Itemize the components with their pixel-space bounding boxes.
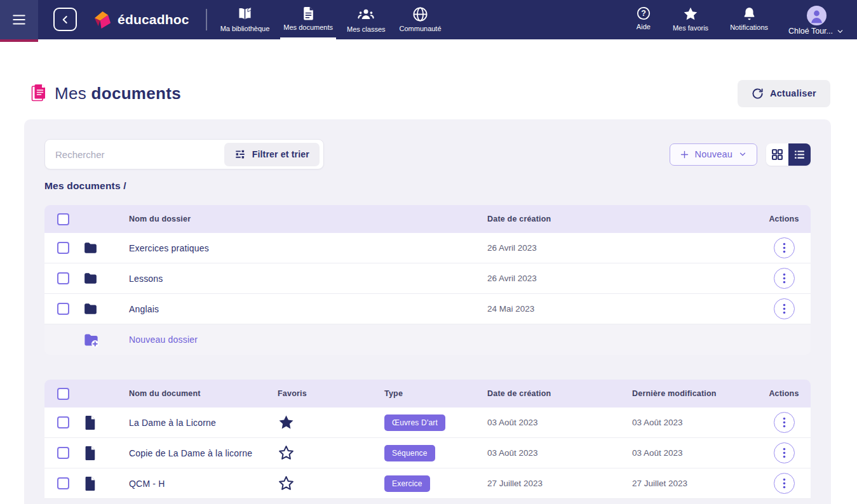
row-checkbox[interactable] [57,416,69,428]
type-badge: Exercice [384,475,430,492]
grid-view-button[interactable] [766,143,788,166]
document-row[interactable]: La Dame à la Licorne Œuvres D'art 03 Aoû… [44,408,811,438]
document-row[interactable]: QCM - H Exercice 27 Juillet 2023 27 Juil… [44,468,811,499]
folder-created-date: 26 Avril 2023 [487,274,769,283]
folder-name[interactable]: Anglais [129,304,487,314]
select-all-checkbox[interactable] [57,388,69,400]
filter-sort-button[interactable]: Filtrer et trier [224,143,320,166]
toolbar: Filtrer et trier Nouveau [44,139,811,169]
kebab-dots-icon [783,478,786,489]
refresh-label: Actualiser [770,88,816,98]
folder-row[interactable]: Anglais 24 Mai 2023 [44,294,811,324]
row-actions-button[interactable] [774,473,795,494]
document-name[interactable]: La Dame à la Licorne [129,418,278,428]
type-badge: Œuvres D'art [384,414,445,431]
list-icon [793,148,806,161]
folder-row[interactable]: Lessons 26 Avril 2023 [44,263,811,294]
app-window: éducadhoc Ma bibliothèque Mes documents … [0,0,857,504]
documents-table-body: La Dame à la Licorne Œuvres D'art 03 Aoû… [44,408,811,499]
row-actions-button[interactable] [774,442,795,463]
document-name[interactable]: QCM - H [129,479,278,489]
question-circle-icon: ? [636,6,651,21]
document-modified-date: 03 Août 2023 [632,448,769,458]
nav-item-bibliotheque[interactable]: Ma bibliothèque [213,0,277,39]
new-folder-row[interactable]: Nouveau dossier [44,324,811,355]
new-button[interactable]: Nouveau [670,143,757,166]
toolbar-right: Nouveau [670,143,811,166]
page-header: Mes documents Actualiser [30,79,830,108]
chevron-down-icon [738,150,747,159]
documents-header-modified: Dernière modification [632,389,769,398]
row-checkbox[interactable] [57,242,69,254]
user-icon [807,6,827,25]
document-modified-date: 27 Juillet 2023 [632,479,769,488]
favorite-toggle[interactable] [278,475,295,492]
favorite-toggle[interactable] [278,444,295,461]
star-filled-icon [278,414,295,431]
avatar [807,6,827,25]
view-toggle [766,143,811,166]
globe-icon [412,6,429,23]
document-created-date: 03 Août 2023 [487,418,632,427]
row-checkbox[interactable] [57,477,69,489]
plus-icon [680,150,689,159]
kebab-dots-icon [783,273,786,284]
folder-name[interactable]: Lessons [129,274,487,284]
chevron-left-icon [59,13,72,26]
document-name[interactable]: Copie de La Dame à la licorne [129,448,278,458]
kebab-dots-icon [783,303,786,314]
star-icon [682,6,699,22]
row-actions-button[interactable] [774,237,795,258]
folders-table: Nom du dossier Date de création Actions … [44,205,811,355]
row-actions-button[interactable] [774,412,795,433]
search-input[interactable] [55,149,224,160]
hamburger-icon [11,11,27,28]
row-checkbox[interactable] [57,272,69,284]
favorites-button[interactable]: Mes favoris [671,6,710,32]
row-checkbox[interactable] [57,447,69,459]
nav-item-mes-classes[interactable]: Mes classes [340,0,393,39]
back-button[interactable] [53,8,77,31]
document-row[interactable]: Copie de La Dame à la licorne Séquence 0… [44,438,811,468]
filter-sort-label: Filtrer et trier [252,149,309,159]
user-menu[interactable]: Chloé Tour... [788,6,844,36]
folder-icon [83,301,129,317]
star-outline-icon [278,475,295,492]
document-created-date: 03 Août 2023 [487,448,632,458]
new-folder-label[interactable]: Nouveau dossier [129,335,487,345]
svg-text:?: ? [641,9,646,18]
row-checkbox[interactable] [57,303,69,315]
nav-item-communaute[interactable]: Communauté [393,0,449,39]
help-button[interactable]: ? Aide [635,6,652,30]
documents-header-name: Nom du document [129,389,278,398]
refresh-button[interactable]: Actualiser [738,80,830,107]
navbar-divider [206,9,207,30]
folder-name[interactable]: Exercices pratiques [129,243,487,253]
navbar-right-group: ? Aide Mes favoris Notifications Chloé T… [635,0,857,39]
brand-logo[interactable]: éducadhoc [92,0,189,39]
folder-icon [83,240,129,256]
help-label: Aide [637,23,651,30]
document-created-date: 27 Juillet 2023 [487,479,632,488]
documents-header-favorites: Favoris [278,389,384,398]
list-view-button[interactable] [788,143,811,166]
documents-card: Filtrer et trier Nouveau [24,119,831,504]
row-actions-button[interactable] [774,298,795,319]
nav-item-mes-documents[interactable]: Mes documents [276,0,340,39]
row-actions-button[interactable] [774,268,795,289]
folders-table-body: Exercices pratiques 26 Avril 2023 [44,233,811,324]
notifications-label: Notifications [730,23,768,31]
documents-header-type: Type [384,389,487,398]
folder-plus-icon [83,331,129,348]
folders-header-name: Nom du dossier [129,215,487,223]
notifications-button[interactable]: Notifications [729,6,769,31]
folder-row[interactable]: Exercices pratiques 26 Avril 2023 [44,233,811,263]
page-title: Mes documents [55,84,181,103]
type-badge: Séquence [384,445,435,461]
kebab-dots-icon [783,242,786,253]
hamburger-menu-button[interactable] [0,0,38,39]
select-all-checkbox[interactable] [57,213,69,225]
favorite-toggle[interactable] [278,414,295,431]
new-label: Nouveau [695,149,732,159]
favorites-label: Mes favoris [673,24,708,32]
